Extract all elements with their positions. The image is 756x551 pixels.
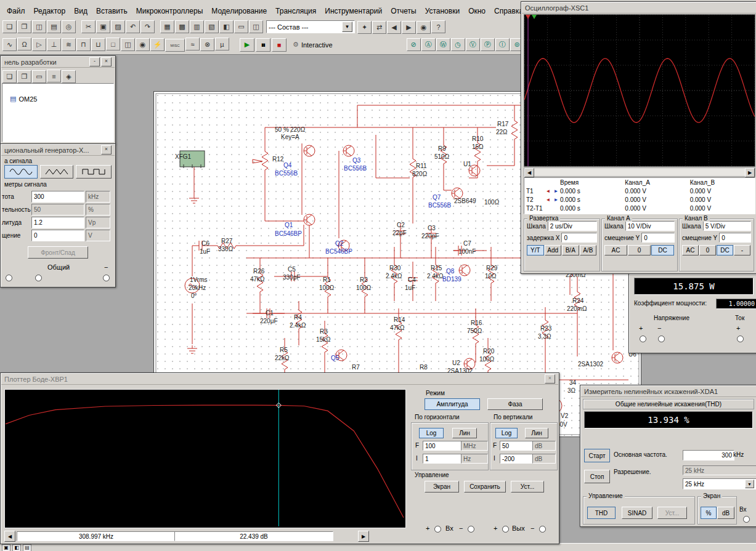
channel-a-y-input[interactable]: 0	[641, 233, 675, 243]
chevron-down-icon[interactable]: ▼	[745, 480, 754, 488]
place-mixed-icon[interactable]: ◫	[121, 38, 135, 51]
spreadsheet-view-icon[interactable]: ▥	[190, 20, 204, 33]
horizontal-log-button[interactable]: Log	[419, 428, 444, 438]
taskbar-app-icon-2[interactable]: ◧	[12, 544, 21, 551]
undo-icon[interactable]: ↶	[126, 20, 140, 33]
transfer-icon[interactable]: ⇄	[372, 21, 386, 34]
close-icon[interactable]: ×	[101, 145, 112, 155]
place-power-icon[interactable]: ⚡	[150, 38, 165, 51]
menu-Окно[interactable]: Окно	[464, 6, 490, 17]
menu-Микроконтроллеры[interactable]: Микроконтроллеры	[132, 6, 208, 17]
dp-new-icon[interactable]: ❏	[2, 70, 17, 83]
vertical-log-button[interactable]: Log	[495, 428, 518, 438]
channel-b-scale-input[interactable]: 5 V/Div	[703, 221, 751, 231]
hierarchy-icon[interactable]: ◫	[249, 20, 263, 33]
grapher-icon[interactable]: ▭	[234, 20, 248, 33]
screen-button[interactable]: Экран	[425, 481, 459, 493]
menu-Вид[interactable]: Вид	[70, 6, 92, 17]
out-plus-terminal[interactable]	[502, 526, 509, 533]
vertical-i-input[interactable]: -200	[500, 454, 534, 464]
place-cmos-icon[interactable]: ⊔	[91, 38, 105, 51]
place-basic-icon[interactable]: Ω	[17, 38, 31, 50]
fg-param-input[interactable]: 50	[31, 204, 84, 215]
oscilloscope-titlebar[interactable]: Осциллограф-XSC1	[522, 2, 756, 14]
place-mcu-icon[interactable]: µ	[215, 38, 229, 50]
horizontal-f-input[interactable]: 100	[423, 441, 462, 451]
place-transistor-icon[interactable]: ⊥	[47, 38, 61, 51]
clock-probe-icon[interactable]: ◷	[451, 38, 465, 51]
dp-close-file-icon[interactable]: ▭	[32, 70, 46, 83]
taskbar-app-icon-1[interactable]: ▣	[2, 544, 10, 551]
project-tree-item[interactable]: ▤ OM25	[10, 95, 37, 103]
timebase-A/B-button[interactable]: A/B	[580, 245, 597, 255]
timebase-x-input[interactable]: 0	[561, 233, 597, 243]
vertical-f-input[interactable]: 50	[500, 441, 534, 451]
save-button[interactable]: Сохранить	[464, 481, 506, 493]
menu-Трансляция[interactable]: Трансляция	[271, 6, 320, 17]
dp-view-icon[interactable]: ◈	[62, 70, 76, 83]
paste-icon[interactable]: ▨	[111, 20, 125, 33]
cursor-left-button[interactable]: ◀	[4, 531, 15, 542]
channel-b-DC-button[interactable]: DC	[717, 245, 733, 255]
thd-button[interactable]: THD	[587, 507, 616, 519]
menu-Файл[interactable]: Файл	[2, 6, 30, 17]
out-minus-terminal[interactable]	[539, 526, 546, 533]
in-minus-terminal[interactable]	[468, 526, 474, 533]
sine-wave-button[interactable]	[4, 165, 38, 179]
design-toolbox-icon[interactable]: ▩	[175, 20, 189, 33]
sinad-button[interactable]: SINAD	[622, 507, 652, 519]
redo-icon[interactable]: ↷	[140, 20, 155, 33]
channel-a-DC-button[interactable]: DC	[651, 245, 674, 255]
bode-plotter-titlebar[interactable]: Плоттер Боде-XBP1 ×	[1, 374, 558, 385]
menu-Моделирование[interactable]: Моделирование	[207, 6, 271, 17]
find-icon[interactable]: ◉	[417, 21, 431, 34]
print-icon[interactable]: ▤	[47, 20, 61, 33]
stop-button[interactable]: ■	[272, 38, 287, 52]
voltage-plus-terminal[interactable]	[640, 336, 646, 342]
cursor-right-button[interactable]: ▶	[358, 531, 369, 542]
menu-Редактор[interactable]: Редактор	[30, 6, 70, 17]
cursor-right-icon[interactable]: ►	[552, 188, 560, 194]
place-electromech-icon[interactable]: ⊗	[200, 38, 214, 51]
project-tree[interactable]: ▤ OM25	[2, 83, 114, 142]
wattmeter-probe-icon[interactable]: Ⓦ	[436, 38, 450, 51]
database-icon[interactable]: ▧	[205, 20, 219, 33]
menu-Инструментарий[interactable]: Инструментарий	[320, 6, 386, 17]
plus-terminal[interactable]	[6, 275, 12, 281]
da-input-terminal[interactable]	[743, 516, 750, 523]
triangle-wave-button[interactable]	[40, 165, 73, 179]
phase-mode-button[interactable]: Фаза	[487, 398, 543, 410]
distortion-analyzer-titlebar[interactable]: Измеритель нелинейных искажений-XDA1	[581, 386, 756, 397]
fundamental-freq-input[interactable]: 300	[683, 450, 734, 461]
voltage-probe-icon[interactable]: Ⓥ	[466, 38, 480, 51]
power-probe-icon[interactable]: Ⓟ	[481, 38, 495, 51]
scroll-left-icon[interactable]: ◀	[524, 168, 534, 177]
resolution-combobox[interactable]: 25 kHz ▼	[683, 478, 756, 489]
dp-open-icon[interactable]: ❐	[17, 70, 31, 83]
dp-tree-icon[interactable]: ≡	[47, 70, 61, 82]
voltage-minus-terminal[interactable]	[658, 336, 665, 342]
place-source-icon[interactable]: ∿	[2, 38, 17, 51]
copy-icon[interactable]: ▣	[96, 20, 110, 33]
minimize-button[interactable]: -	[89, 57, 100, 66]
sim-error-log-icon[interactable]: ⊘	[407, 38, 421, 51]
channel-b-y-input[interactable]: 0	[719, 233, 751, 243]
place-diode-icon[interactable]: ▷	[32, 38, 46, 51]
pause-button[interactable]: ▮▮	[256, 38, 270, 52]
timebase-Add-button[interactable]: Add	[545, 245, 562, 255]
fg-param-input[interactable]: 300	[31, 191, 84, 203]
cursor-right-icon[interactable]: ►	[552, 197, 560, 203]
timebase-B/A-button[interactable]: B/A	[562, 245, 579, 255]
open-icon[interactable]: ❐	[17, 20, 31, 33]
save-icon[interactable]: ◫	[32, 20, 46, 33]
forward-annotate-icon[interactable]: ▶	[402, 21, 416, 34]
channel-a-0-button[interactable]: 0	[628, 245, 651, 255]
channel-b-AC-button[interactable]: AC	[682, 245, 699, 255]
rise-fall-button[interactable]: Фронт/Спад	[28, 246, 88, 259]
cursor-left-icon[interactable]: ◄	[544, 197, 552, 203]
menu-Установки[interactable]: Установки	[421, 6, 464, 17]
fullscreen-icon[interactable]: ▦	[160, 20, 174, 33]
fg-param-input[interactable]: 0	[31, 230, 84, 241]
start-button[interactable]: Старт	[584, 449, 610, 462]
taskbar-app-icon-3[interactable]: ▤	[23, 544, 31, 551]
